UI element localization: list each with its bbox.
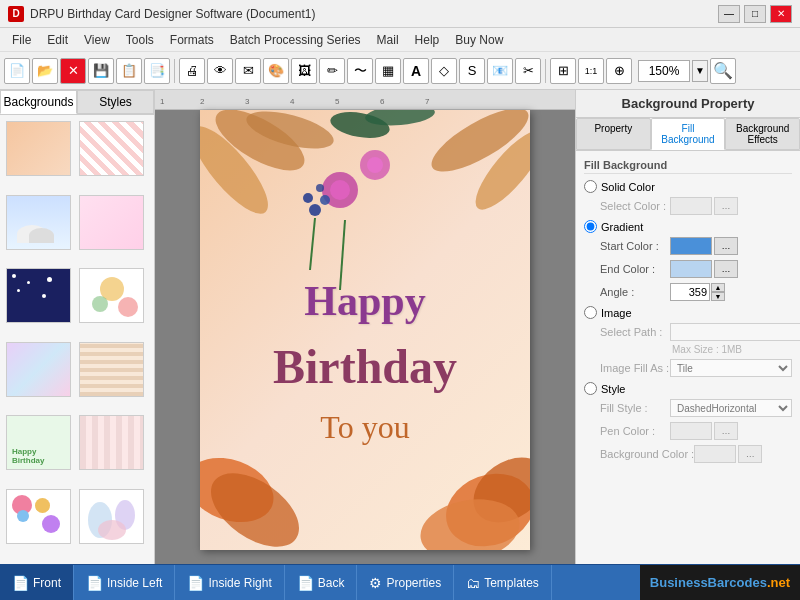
card-canvas[interactable]: Happy Birthday To you: [200, 110, 530, 550]
bg-thumb-7[interactable]: [6, 342, 71, 397]
image-row[interactable]: Image: [584, 306, 792, 319]
bg-thumb-6[interactable]: [79, 268, 144, 323]
tab-styles[interactable]: Styles: [77, 90, 154, 114]
start-color-label: Start Color :: [600, 240, 670, 252]
solid-color-radio[interactable]: [584, 180, 597, 193]
menu-edit[interactable]: Edit: [39, 31, 76, 49]
angle-row: Angle : ▲ ▼: [584, 283, 792, 301]
tab-templates[interactable]: 🗂 Templates: [454, 565, 552, 600]
signature-button[interactable]: S: [459, 58, 485, 84]
barcode-button[interactable]: ▦: [375, 58, 401, 84]
angle-input[interactable]: [670, 283, 710, 301]
bg-thumb-1[interactable]: [6, 121, 71, 176]
bg-thumb-3[interactable]: [6, 195, 71, 250]
max-size-label: Max Size : 1MB: [672, 344, 742, 355]
close-button[interactable]: ✕: [770, 5, 792, 23]
close-doc-button[interactable]: ✕: [60, 58, 86, 84]
angle-up[interactable]: ▲: [711, 283, 725, 292]
bg-thumb-11[interactable]: [6, 489, 71, 544]
copy-button[interactable]: 📑: [144, 58, 170, 84]
max-size-row: Max Size : 1MB: [584, 344, 792, 355]
start-color-browse[interactable]: …: [714, 237, 738, 255]
tab-inside-right[interactable]: 📄 Inside Right: [175, 565, 284, 600]
menu-view[interactable]: View: [76, 31, 118, 49]
bg-thumb-4[interactable]: [79, 195, 144, 250]
end-color-browse[interactable]: …: [714, 260, 738, 278]
print-button[interactable]: 🖨: [179, 58, 205, 84]
zoom-dropdown[interactable]: ▼: [692, 60, 708, 82]
save-as-button[interactable]: 📋: [116, 58, 142, 84]
mail-tb-button[interactable]: 📧: [487, 58, 513, 84]
pen-color-row: Pen Color : …: [584, 422, 792, 440]
zoom-in-button[interactable]: ⊕: [606, 58, 632, 84]
grid-button[interactable]: ⊞: [550, 58, 576, 84]
open-button[interactable]: 📂: [32, 58, 58, 84]
new-button[interactable]: 📄: [4, 58, 30, 84]
start-color-swatch[interactable]: [670, 237, 712, 255]
curve-button[interactable]: 〜: [347, 58, 373, 84]
style-radio[interactable]: [584, 382, 597, 395]
ratio-button[interactable]: 1:1: [578, 58, 604, 84]
bg-thumb-2[interactable]: [79, 121, 144, 176]
gradient-radio[interactable]: [584, 220, 597, 233]
maximize-button[interactable]: □: [744, 5, 766, 23]
menu-formats[interactable]: Formats: [162, 31, 222, 49]
menu-batch[interactable]: Batch Processing Series: [222, 31, 369, 49]
tab-fill-background[interactable]: Fill Background: [651, 118, 726, 150]
menu-tools[interactable]: Tools: [118, 31, 162, 49]
scissors-button[interactable]: ✂: [515, 58, 541, 84]
style-row[interactable]: Style: [584, 382, 792, 395]
pen-button[interactable]: ✏: [319, 58, 345, 84]
panel-title: Background Property: [576, 90, 800, 118]
inside-left-icon: 📄: [86, 575, 103, 591]
tab-front[interactable]: 📄 Front: [0, 565, 74, 600]
gradient-row[interactable]: Gradient: [584, 220, 792, 233]
bg-thumb-12[interactable]: [79, 489, 144, 544]
fill-style-select: DashedHorizontal: [670, 399, 792, 417]
minimize-button[interactable]: —: [718, 5, 740, 23]
tab-background-effects[interactable]: Background Effects: [725, 118, 800, 150]
image-button[interactable]: 🖼: [291, 58, 317, 84]
zoom-out-button[interactable]: 🔍: [710, 58, 736, 84]
tab-property[interactable]: Property: [576, 118, 651, 150]
menu-buynow[interactable]: Buy Now: [447, 31, 511, 49]
property-content: Fill Background Solid Color Select Color…: [576, 151, 800, 564]
menu-help[interactable]: Help: [407, 31, 448, 49]
svg-text:4: 4: [290, 97, 295, 106]
select-color-label: Select Color :: [600, 200, 670, 212]
app-title: DRPU Birthday Card Designer Software (Do…: [30, 7, 315, 21]
pen-color-label: Pen Color :: [600, 425, 670, 437]
path-input: [670, 323, 800, 341]
save-button[interactable]: 💾: [88, 58, 114, 84]
image-radio[interactable]: [584, 306, 597, 319]
toolbar: 📄 📂 ✕ 💾 📋 📑 🖨 👁 ✉ 🎨 🖼 ✏ 〜 ▦ A ◇ S 📧 ✂ ⊞ …: [0, 52, 800, 90]
tab-properties[interactable]: ⚙ Properties: [357, 565, 454, 600]
bg-thumb-8[interactable]: [79, 342, 144, 397]
window-controls[interactable]: — □ ✕: [718, 5, 792, 23]
solid-color-row[interactable]: Solid Color: [584, 180, 792, 193]
start-color-row: Start Color : …: [584, 237, 792, 255]
angle-down[interactable]: ▼: [711, 292, 725, 301]
select-path-row: Select Path : …: [584, 323, 792, 341]
menu-file[interactable]: File: [4, 31, 39, 49]
preview-button[interactable]: 👁: [207, 58, 233, 84]
solid-color-browse: …: [714, 197, 738, 215]
shape-button[interactable]: ◇: [431, 58, 457, 84]
bg-thumb-10[interactable]: [79, 415, 144, 470]
menu-mail[interactable]: Mail: [369, 31, 407, 49]
color-button[interactable]: 🎨: [263, 58, 289, 84]
bg-color-swatch: [694, 445, 736, 463]
tab-templates-label: Templates: [484, 576, 539, 590]
bg-thumb-5[interactable]: [6, 268, 71, 323]
bg-thumb-9[interactable]: HappyBirthday: [6, 415, 71, 470]
templates-icon: 🗂: [466, 575, 480, 591]
zoom-input[interactable]: [638, 60, 690, 82]
image-label: Image: [601, 307, 632, 319]
zoom-box: ▼: [638, 60, 708, 82]
text-button[interactable]: A: [403, 58, 429, 84]
tab-backgrounds[interactable]: Backgrounds: [0, 90, 77, 114]
tab-inside-left[interactable]: 📄 Inside Left: [74, 565, 175, 600]
email-button[interactable]: ✉: [235, 58, 261, 84]
end-color-swatch[interactable]: [670, 260, 712, 278]
tab-back[interactable]: 📄 Back: [285, 565, 358, 600]
